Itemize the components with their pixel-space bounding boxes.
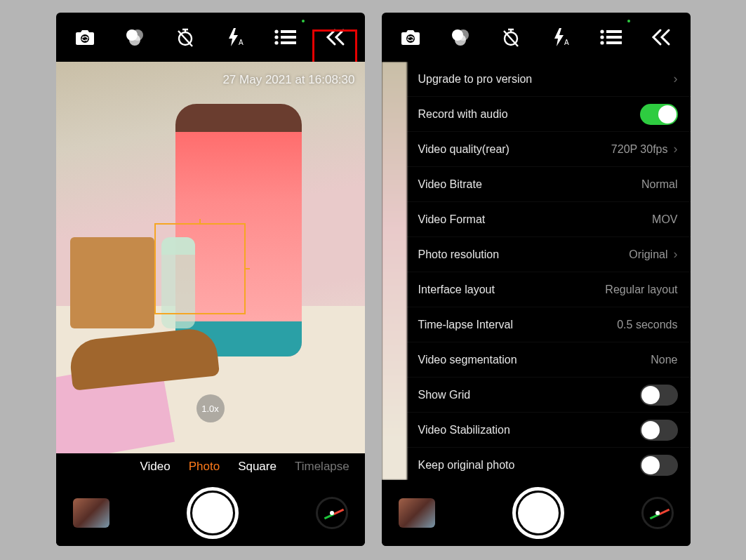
setting-label: Video quality(rear) [418, 143, 509, 156]
svg-point-16 [455, 34, 466, 46]
setting-row-video-segmentation[interactable]: Video segmentationNone [407, 342, 691, 378]
capture-mode-strip[interactable]: Video Photo Square Timelapse [56, 453, 365, 480]
gallery-thumbnail[interactable] [399, 498, 435, 528]
svg-point-10 [275, 35, 279, 39]
switch-camera-icon[interactable] [394, 21, 427, 53]
setting-row-video-bitrate[interactable]: Video BitrateNormal [407, 167, 691, 202]
settings-list[interactable]: Upgrade to pro version›Record with audio… [407, 62, 691, 480]
svg-rect-23 [606, 30, 622, 33]
setting-row-show-grid[interactable]: Show Grid [407, 378, 691, 413]
exposure-meter-button[interactable] [641, 497, 674, 529]
svg-rect-11 [281, 36, 296, 39]
svg-rect-9 [281, 30, 296, 33]
shutter-row [56, 480, 365, 546]
setting-label: Time-lapse Interval [418, 319, 513, 331]
timestamp-overlay: 27 May 2021 at 16:08:30 [222, 73, 354, 87]
svg-line-20 [504, 31, 518, 46]
setting-row-record-with-audio[interactable]: Record with audio [407, 97, 691, 132]
shutter-button[interactable] [512, 487, 564, 539]
chevron-right-icon: › [674, 72, 678, 86]
setting-row-interface-layout[interactable]: Interface layoutRegular layout [407, 272, 691, 307]
svg-point-2 [129, 34, 140, 46]
switch-camera-icon[interactable] [69, 21, 101, 53]
setting-label: Record with audio [418, 108, 508, 121]
mode-photo[interactable]: Photo [189, 460, 220, 474]
setting-value: › [668, 72, 678, 86]
filters-icon[interactable] [119, 21, 151, 53]
svg-point-8 [275, 29, 279, 33]
exposure-meter-button[interactable] [316, 497, 348, 529]
mode-timelapse[interactable]: Timelapse [295, 460, 349, 474]
setting-value: MOV [652, 213, 677, 226]
setting-value: Original› [629, 247, 677, 262]
camera-toolbar: A [56, 13, 365, 62]
svg-point-26 [601, 41, 604, 44]
mode-video[interactable]: Video [140, 460, 171, 474]
svg-rect-13 [281, 41, 296, 44]
setting-label: Video Format [418, 213, 486, 226]
settings-list-icon[interactable] [594, 21, 627, 53]
setting-value: 720P 30fps› [611, 142, 678, 156]
shutter-row [382, 480, 691, 546]
setting-row-time-lapse-interval[interactable]: Time-lapse Interval0.5 seconds [407, 307, 691, 342]
viewfinder-sliver [382, 62, 407, 480]
svg-text:A: A [239, 39, 244, 46]
setting-row-video-stabilization[interactable]: Video Stabilization [407, 413, 691, 448]
setting-value: Regular layout [605, 284, 677, 296]
svg-point-12 [275, 41, 279, 44]
toggle-switch[interactable] [640, 385, 678, 406]
setting-row-video-quality-rear[interactable]: Video quality(rear)720P 30fps› [407, 132, 691, 167]
camera-viewfinder[interactable]: 27 May 2021 at 16:08:30 1.0x [56, 62, 365, 453]
timer-off-icon[interactable] [495, 21, 527, 53]
setting-label: Photo resolution [418, 248, 500, 261]
toggle-switch[interactable] [640, 104, 678, 125]
toggle-switch[interactable] [640, 455, 678, 476]
zoom-badge[interactable]: 1.0x [197, 394, 225, 422]
setting-label: Video segmentation [418, 354, 517, 366]
setting-label: Video Stabilization [418, 424, 510, 436]
phone-camera: A 27 May 2021 at 16:08:30 1.0x Video Pho… [56, 13, 365, 546]
chevron-right-icon: › [674, 142, 678, 156]
setting-row-photo-resolution[interactable]: Photo resolutionOriginal› [407, 237, 691, 272]
filters-icon[interactable] [444, 21, 477, 53]
flash-auto-icon[interactable]: A [545, 21, 577, 53]
svg-rect-25 [606, 36, 622, 39]
svg-point-22 [601, 29, 604, 33]
svg-point-24 [601, 35, 604, 39]
svg-rect-27 [606, 41, 622, 44]
setting-label: Video Bitrate [418, 178, 482, 191]
svg-text:A: A [564, 39, 569, 46]
settings-list-icon[interactable] [269, 21, 301, 53]
setting-label: Upgrade to pro version [418, 73, 533, 86]
settings-panel: Upgrade to pro version›Record with audio… [382, 62, 691, 480]
setting-row-upgrade-to-pro-version[interactable]: Upgrade to pro version› [407, 62, 691, 97]
setting-row-video-format[interactable]: Video FormatMOV [407, 202, 691, 237]
setting-label: Interface layout [418, 284, 495, 296]
svg-line-6 [178, 31, 192, 46]
collapse-icon[interactable] [645, 21, 677, 53]
setting-row-keep-original-photo[interactable]: Keep original photo [407, 448, 691, 480]
phone-settings: A Upgrade to pro version›Record with aud… [382, 13, 691, 546]
focus-indicator[interactable] [154, 223, 246, 314]
camera-toolbar: A [382, 13, 691, 62]
mode-square[interactable]: Square [238, 460, 277, 474]
setting-value: 0.5 seconds [617, 319, 677, 331]
setting-value: Normal [641, 178, 678, 191]
shutter-button[interactable] [187, 487, 239, 539]
setting-label: Show Grid [418, 389, 471, 401]
setting-label: Keep original photo [418, 459, 515, 472]
flash-auto-icon[interactable]: A [219, 21, 251, 53]
scene-box [70, 237, 154, 328]
toggle-switch[interactable] [640, 420, 678, 441]
setting-value: None [651, 354, 677, 366]
chevron-right-icon: › [674, 247, 678, 262]
timer-off-icon[interactable] [169, 21, 201, 53]
gallery-thumbnail[interactable] [73, 498, 109, 528]
